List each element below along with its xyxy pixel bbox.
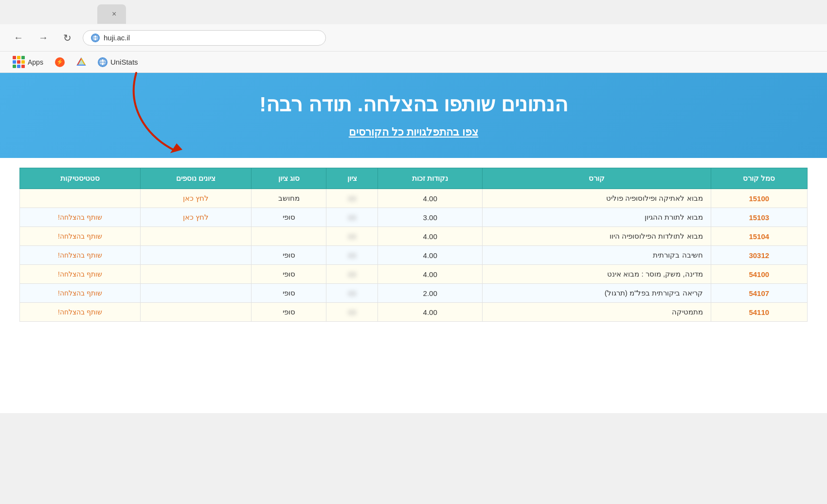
table-row: 15100מבוא לאתיקה ופילוסופיה פוליט4.0088מ… (20, 189, 808, 208)
unistats-label: UniStats (110, 58, 138, 66)
cell-credits: 4.00 (378, 303, 482, 322)
cell-course-name: חשיבה בקורתית (482, 246, 711, 265)
orange-favicon: ⚡ (55, 57, 65, 67)
cell-stats: שותף בהצלחה! (20, 227, 141, 246)
reload-button[interactable]: ↻ (59, 30, 75, 46)
col-header-course-id: סמל קורס (711, 168, 807, 189)
cell-credits: 3.00 (378, 208, 482, 227)
apps-bookmark[interactable]: Apps (10, 55, 46, 69)
table-row: 15104מבוא לתולדות הפילוסופיה היוו4.0088ש… (20, 227, 808, 246)
col-header-course-name: קורס (482, 168, 711, 189)
cell-grade-type: סופי (252, 284, 326, 303)
banner: הנתונים שותפו בהצלחה. תודה רבה! צפו בהתפ… (0, 73, 827, 158)
cell-course-name: מבוא לתורת ההגיון (482, 208, 711, 227)
cell-more-grades (140, 227, 251, 246)
cell-stats: שותף בהצלחה! (20, 208, 141, 227)
url-text: huji.ac.il (104, 34, 130, 42)
tab-bar: × (0, 0, 827, 24)
cell-stats: שותף בהצלחה! (20, 246, 141, 265)
courses-table: סמל קורס קורס נקודות זכות ציון סוג ציון … (19, 168, 808, 322)
apps-label: Apps (28, 58, 43, 66)
banner-link[interactable]: צפו בהתפלגויות כל הקורסים (29, 126, 798, 139)
cell-grade: 88 (326, 208, 378, 227)
red-arrow-annotation (107, 68, 214, 165)
cell-more-grades[interactable]: לחץ כאן (140, 208, 251, 227)
cell-credits: 2.00 (378, 284, 482, 303)
cell-grade: 88 (326, 284, 378, 303)
cell-grade-type: סופי (252, 265, 326, 284)
table-row: 54100מדינה, משק, מוסר : מבוא אינט4.0088ס… (20, 265, 808, 284)
cell-grade-type: מחושב (252, 189, 326, 208)
cell-more-grades (140, 265, 251, 284)
secure-icon (91, 34, 100, 42)
cell-grade-type (252, 227, 326, 246)
orange-bookmark[interactable]: ⚡ (52, 56, 68, 68)
back-button[interactable]: ← (10, 30, 27, 45)
tab-close-icon[interactable]: × (112, 10, 116, 18)
cell-course-name: קריאה ביקורתית בפל"מ (תרגול) (482, 284, 711, 303)
col-header-grade-type: סוג ציון (252, 168, 326, 189)
cell-grade: 88 (326, 265, 378, 284)
table-row: 15103מבוא לתורת ההגיון3.0088סופילחץ כאןש… (20, 208, 808, 227)
cell-stats: שותף בהצלחה! (20, 284, 141, 303)
bookmarks-bar: Apps ⚡ (0, 52, 827, 73)
cell-credits: 4.00 (378, 265, 482, 284)
col-header-credits: נקודות זכות (378, 168, 482, 189)
cell-course-id: 54107 (711, 284, 807, 303)
cell-course-id: 15103 (711, 208, 807, 227)
cell-grade-type: סופי (252, 246, 326, 265)
table-row: 54110מתמטיקה4.0088סופישותף בהצלחה! (20, 303, 808, 322)
cell-course-id: 54100 (711, 265, 807, 284)
cell-stats: שותף בהצלחה! (20, 265, 141, 284)
cell-more-grades (140, 303, 251, 322)
svg-marker-11 (170, 143, 182, 153)
cell-course-id: 15100 (711, 189, 807, 208)
cell-more-grades (140, 284, 251, 303)
svg-marker-4 (77, 58, 85, 65)
cell-course-name: מבוא לאתיקה ופילוסופיה פוליט (482, 189, 711, 208)
cell-grade-type: סופי (252, 303, 326, 322)
cell-course-name: מבוא לתולדות הפילוסופיה היוו (482, 227, 711, 246)
cell-more-grades (140, 246, 251, 265)
cell-grade: 88 (326, 189, 378, 208)
cell-grade: 88 (326, 303, 378, 322)
inactive-tab[interactable]: × (97, 4, 126, 24)
cell-stats (20, 189, 141, 208)
cell-stats: שותף בהצלחה! (20, 303, 141, 322)
cell-grade: 88 (326, 246, 378, 265)
browser-chrome: × ← → ↻ huji.ac.il Apps ⚡ (0, 0, 827, 73)
table-row: 30312חשיבה בקורתית4.0088סופישותף בהצלחה! (20, 246, 808, 265)
cell-grade-type: סופי (252, 208, 326, 227)
cell-course-id: 15104 (711, 227, 807, 246)
table-header-row: סמל קורס קורס נקודות זכות ציון סוג ציון … (20, 168, 808, 189)
cell-grade: 88 (326, 227, 378, 246)
gdrive-bookmark[interactable] (73, 56, 89, 68)
cell-course-id: 30312 (711, 246, 807, 265)
nav-bar: ← → ↻ huji.ac.il (0, 24, 827, 52)
unistats-bookmark[interactable]: UniStats (95, 56, 141, 68)
forward-button[interactable]: → (35, 30, 52, 45)
apps-grid-icon (13, 56, 25, 68)
cell-credits: 4.00 (378, 189, 482, 208)
table-row: 54107קריאה ביקורתית בפל"מ (תרגול)2.0088ס… (20, 284, 808, 303)
google-favicon (76, 57, 86, 67)
cell-credits: 4.00 (378, 227, 482, 246)
banner-title: הנתונים שותפו בהצלחה. תודה רבה! (29, 92, 798, 116)
cell-course-id: 54110 (711, 303, 807, 322)
cell-course-name: מדינה, משק, מוסר : מבוא אינט (482, 265, 711, 284)
col-header-grade: ציון (326, 168, 378, 189)
page-content: הנתונים שותפו בהצלחה. תודה רבה! צפו בהתפ… (0, 73, 827, 413)
address-bar[interactable]: huji.ac.il (83, 30, 326, 46)
cell-more-grades[interactable]: לחץ כאן (140, 189, 251, 208)
col-header-more-grades: ציונים נוספים (140, 168, 251, 189)
unistats-favicon (98, 57, 108, 67)
cell-course-name: מתמטיקה (482, 303, 711, 322)
table-container: סמל קורס קורס נקודות זכות ציון סוג ציון … (0, 158, 827, 331)
col-header-stats: סטטיסטיקות (20, 168, 141, 189)
cell-credits: 4.00 (378, 246, 482, 265)
